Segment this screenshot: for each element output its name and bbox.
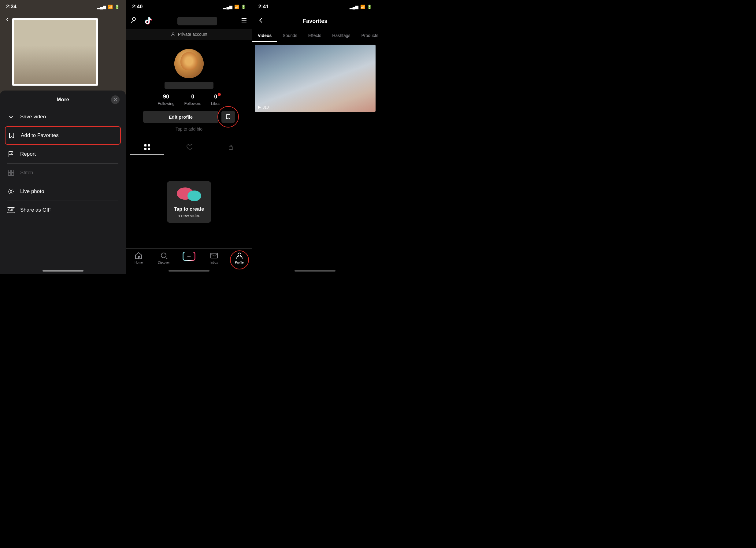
video-count: 810 [263,105,269,109]
tab-hashtags-label: Hashtags [332,33,350,38]
header-center [154,17,241,25]
nav-home-label: Home [135,261,143,264]
likes-dot [218,93,221,96]
tap-create-bubble[interactable]: Tap to create a new video [167,181,211,223]
tab-favorites-effects[interactable]: Effects [303,29,327,42]
tab-favorites-sounds[interactable]: Sounds [277,29,302,42]
more-sheet: More ✕ Save video Add to Favorites [0,91,126,274]
plus-inner: + [183,252,195,260]
tab-videos[interactable] [126,141,168,155]
stats-row: 90 Following 0 Followers 0 Likes [158,94,221,106]
favorites-circle-annotation [217,106,239,128]
nav-profile[interactable]: Profile [227,252,252,264]
nav-create[interactable]: + [176,252,202,261]
more-item-share-gif[interactable]: GIF Share as GIF [0,201,126,219]
time-3: 2:41 [258,4,269,10]
tab-favorites-hashtags[interactable]: Hashtags [327,29,356,42]
home-indicator-2 [169,270,209,272]
bookmark-icon [8,132,15,139]
profile-header: ☰ [126,13,252,29]
more-item-stitch: Stitch [0,164,126,182]
svg-point-6 [172,33,174,35]
likes-label: Likes [211,101,220,106]
svg-point-12 [161,253,166,258]
tab-products-label: Products [361,33,378,38]
panel-more-menu: 2:34 ▂▄▆ 📶 🔋 ‹ More ✕ Save video [0,0,126,274]
back-button-1[interactable]: ‹ [6,15,8,23]
favorites-content: 810 [252,42,378,274]
likes-count: 0 [214,94,217,100]
nav-home[interactable]: Home [126,252,151,264]
tap-create-line2: a new video [178,213,201,218]
avatar [174,49,204,78]
nav-discover-label: Discover [158,261,170,264]
video-thumbnail[interactable]: 810 [255,45,376,112]
live-photo-label: Live photo [20,188,44,194]
nav-discover[interactable]: Discover [151,252,176,264]
signal-icon-2: ▂▄▆ [223,5,232,9]
svg-rect-9 [144,148,146,150]
gif-icon: GIF [7,206,15,214]
gif-badge: GIF [7,207,15,213]
flag-icon [7,150,15,158]
nav-inbox[interactable]: Inbox [202,252,227,264]
wifi-icon-3: 📶 [360,5,365,9]
stat-likes: 0 Likes [211,94,220,106]
svg-rect-11 [229,147,233,150]
status-icons-2: ▂▄▆ 📶 🔋 [223,5,246,9]
hamburger-icon[interactable]: ☰ [241,17,247,25]
battery-icon: 🔋 [115,5,120,9]
more-item-save-video[interactable]: Save video [0,108,126,126]
shape-teal [187,191,201,201]
save-favorites-button[interactable] [221,111,235,123]
more-header: More ✕ [0,91,126,108]
video-play-info: 810 [257,105,269,109]
battery-icon-2: 🔋 [241,5,246,9]
followers-label: Followers [184,101,201,106]
svg-rect-10 [148,148,150,150]
more-close-button[interactable]: ✕ [111,95,120,104]
svg-rect-8 [148,144,150,146]
more-item-report[interactable]: Report [0,145,126,163]
stat-following: 90 Following [158,94,175,106]
status-bar-2: 2:40 ▂▄▆ 📶 🔋 [126,0,252,13]
favorites-title: Favorites [303,18,327,24]
more-item-add-to-favorites[interactable]: Add to Favorites [5,126,121,145]
signal-icon: ▂▄▆ [97,5,106,9]
time-1: 2:34 [6,4,17,10]
status-bar-1: 2:34 ▂▄▆ 📶 🔋 [0,0,126,13]
stitch-label: Stitch [20,170,33,176]
home-indicator-1 [43,270,83,272]
tab-videos-label: Videos [258,33,272,38]
tab-private[interactable] [210,141,252,155]
tap-create-line1: Tap to create [174,206,204,212]
more-item-live-photo[interactable]: Live photo [0,182,126,201]
followers-count: 0 [191,94,194,100]
panel-favorites: 2:41 ▂▄▆ 📶 🔋 Favorites Videos Sounds Eff… [252,0,378,274]
tab-favorites-videos[interactable]: Videos [252,29,277,42]
stat-followers: 0 Followers [184,94,201,106]
wifi-icon-2: 📶 [234,5,239,9]
stitch-icon [7,169,15,176]
edit-profile-button[interactable]: Edit profile [143,111,218,123]
create-graphic [177,186,201,203]
video-image [255,45,376,112]
battery-icon-3: 🔋 [367,5,372,9]
time-2: 2:40 [132,4,143,10]
tab-liked[interactable] [168,141,210,155]
svg-rect-3 [11,173,14,176]
background-photo [12,18,98,86]
add-user-icon[interactable] [131,17,139,25]
profile-tabs [126,141,252,155]
back-button-3[interactable] [257,17,265,26]
create-button[interactable]: + [183,252,195,261]
header-left [131,16,154,27]
svg-point-5 [9,189,13,194]
tab-favorites-products[interactable]: Products [356,29,378,42]
status-bar-3: 2:41 ▂▄▆ 📶 🔋 [252,0,378,13]
tap-bio-label[interactable]: Tap to add bio [176,127,202,131]
profile-section: 90 Following 0 Followers 0 Likes Edit pr… [126,43,252,136]
grid-icon [144,144,150,152]
wifi-icon: 📶 [108,5,113,9]
favorites-header: Favorites [252,13,378,29]
